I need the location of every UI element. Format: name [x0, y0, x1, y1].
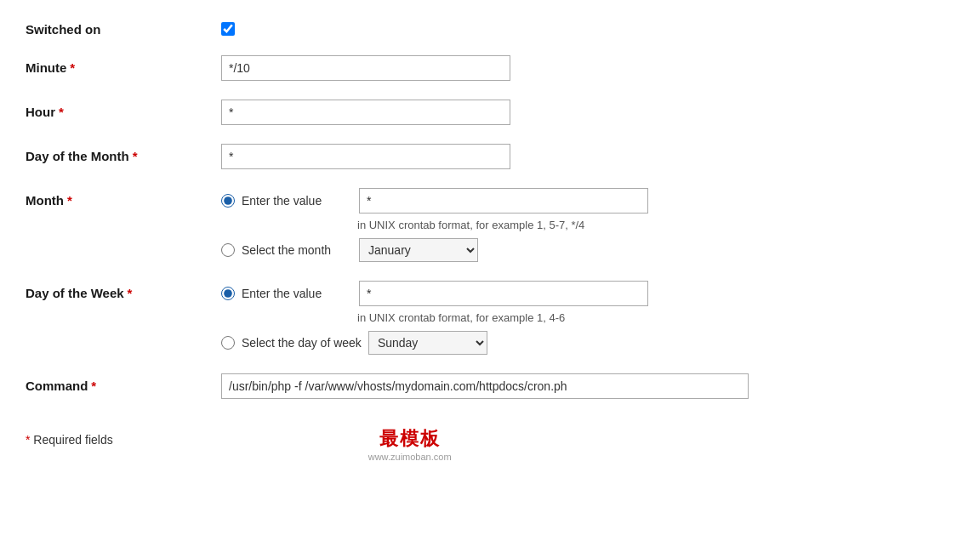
- hour-input[interactable]: [221, 100, 510, 125]
- month-select-radio[interactable]: [221, 243, 235, 257]
- minute-label: Minute*: [26, 55, 221, 75]
- command-label: Command*: [26, 373, 221, 393]
- form-container: Switched on Minute* Hour* Day of the Mon…: [26, 17, 954, 462]
- day-of-month-input[interactable]: [221, 144, 510, 169]
- command-row: Command*: [26, 373, 954, 399]
- watermark-chinese: 最模板: [379, 426, 441, 452]
- month-control: Enter the value in UNIX crontab format, …: [221, 188, 954, 262]
- switched-on-checkbox[interactable]: [221, 22, 235, 36]
- month-select-label: Select the month: [242, 243, 352, 257]
- required-star-footer: *: [26, 433, 30, 447]
- day-of-week-enter-value-radio[interactable]: [221, 287, 235, 300]
- month-enter-value-label: Enter the value: [242, 194, 352, 208]
- watermark-container: 最模板 www.zuimoban.com: [368, 426, 452, 462]
- day-of-week-enter-value-label: Enter the value: [242, 287, 352, 300]
- day-of-month-control: [221, 144, 954, 169]
- hour-required-star: *: [59, 105, 64, 119]
- switched-on-control: [221, 17, 954, 36]
- watermark-url: www.zuimoban.com: [368, 452, 452, 462]
- required-fields-label: Required fields: [33, 433, 112, 447]
- switched-on-label: Switched on: [26, 17, 221, 37]
- day-of-week-enter-value-input[interactable]: [359, 281, 648, 306]
- month-enter-value-block: Enter the value in UNIX crontab format, …: [221, 188, 954, 231]
- hour-row: Hour*: [26, 100, 954, 125]
- month-select-option: Select the month January February March …: [221, 238, 954, 262]
- month-select-dropdown[interactable]: January February March April May June Ju…: [359, 238, 478, 262]
- day-of-week-hint: in UNIX crontab format, for example 1, 4…: [357, 311, 954, 324]
- hour-label: Hour*: [26, 100, 221, 119]
- day-of-week-select-option: Select the day of week Sunday Monday Tue…: [221, 331, 954, 355]
- required-fields-text: * Required fields: [26, 433, 113, 447]
- switched-on-row: Switched on: [26, 17, 954, 37]
- day-of-week-enter-value-option: Enter the value: [221, 281, 954, 306]
- day-of-month-label: Day of the Month*: [26, 144, 221, 163]
- minute-input[interactable]: [221, 55, 510, 81]
- day-of-week-label: Day of the Week*: [26, 281, 221, 300]
- month-enter-value-radio[interactable]: [221, 194, 235, 208]
- day-of-week-select-radio[interactable]: [221, 336, 235, 350]
- day-of-week-select-dropdown[interactable]: Sunday Monday Tuesday Wednesday Thursday…: [368, 331, 487, 355]
- month-enter-value-option: Enter the value: [221, 188, 954, 214]
- minute-required-star: *: [70, 60, 75, 75]
- day-of-month-required-star: *: [133, 149, 138, 163]
- day-of-month-row: Day of the Month*: [26, 144, 954, 169]
- minute-row: Minute*: [26, 55, 954, 81]
- day-of-week-required-star: *: [128, 286, 133, 300]
- day-of-week-row: Day of the Week* Enter the value in UNIX…: [26, 281, 954, 355]
- minute-control: [221, 55, 954, 81]
- required-fields-row: * Required fields 最模板 www.zuimoban.com: [26, 418, 954, 462]
- month-enter-value-input[interactable]: [359, 188, 648, 214]
- month-row: Month* Enter the value in UNIX crontab f…: [26, 188, 954, 262]
- command-required-star: *: [91, 379, 96, 393]
- day-of-week-enter-value-block: Enter the value in UNIX crontab format, …: [221, 281, 954, 324]
- day-of-week-control: Enter the value in UNIX crontab format, …: [221, 281, 954, 355]
- command-input[interactable]: [221, 373, 749, 399]
- month-label: Month*: [26, 188, 221, 208]
- month-hint: in UNIX crontab format, for example 1, 5…: [357, 219, 954, 231]
- month-required-star: *: [67, 193, 72, 208]
- command-control: [221, 373, 954, 399]
- day-of-week-select-label: Select the day of week: [242, 336, 362, 350]
- hour-control: [221, 100, 954, 125]
